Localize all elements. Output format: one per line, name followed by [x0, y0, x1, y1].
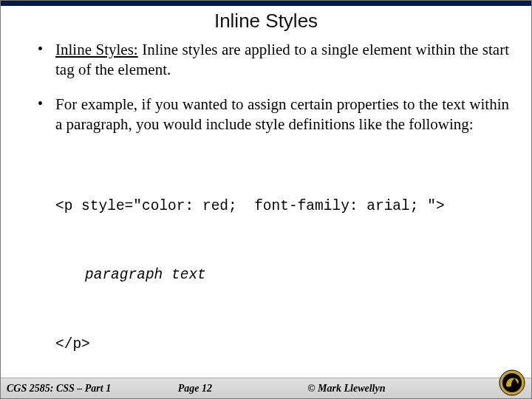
bullet-2: For example, if you wanted to assign cer…	[55, 95, 509, 134]
top-accent-bar	[1, 1, 531, 6]
bullet-list: Inline Styles: Inline styles are applied…	[23, 40, 509, 134]
footer-left: CGS 2585: CSS – Part 1	[7, 383, 178, 395]
footer-center: Page 12	[178, 383, 308, 395]
ucf-pegasus-logo-icon	[499, 369, 525, 396]
bullet-1-term: Inline Styles:	[55, 41, 138, 58]
content-area: Inline Styles Inline Styles: Inline styl…	[1, 10, 531, 399]
code-block: <p style="color: red; font-family: arial…	[55, 149, 509, 400]
slide-title: Inline Styles	[23, 10, 509, 33]
code-close: </p>	[55, 333, 509, 356]
slide: Inline Styles Inline Styles: Inline styl…	[0, 0, 532, 399]
code-body: paragraph text	[55, 264, 509, 287]
code-open: <p style="color: red; font-family: arial…	[55, 195, 509, 218]
footer-right: © Mark Llewellyn	[307, 383, 437, 395]
svg-point-1	[502, 373, 522, 392]
bullet-1: Inline Styles: Inline styles are applied…	[55, 40, 509, 80]
footer-bar: CGS 2585: CSS – Part 1 Page 12 © Mark Ll…	[1, 378, 531, 398]
